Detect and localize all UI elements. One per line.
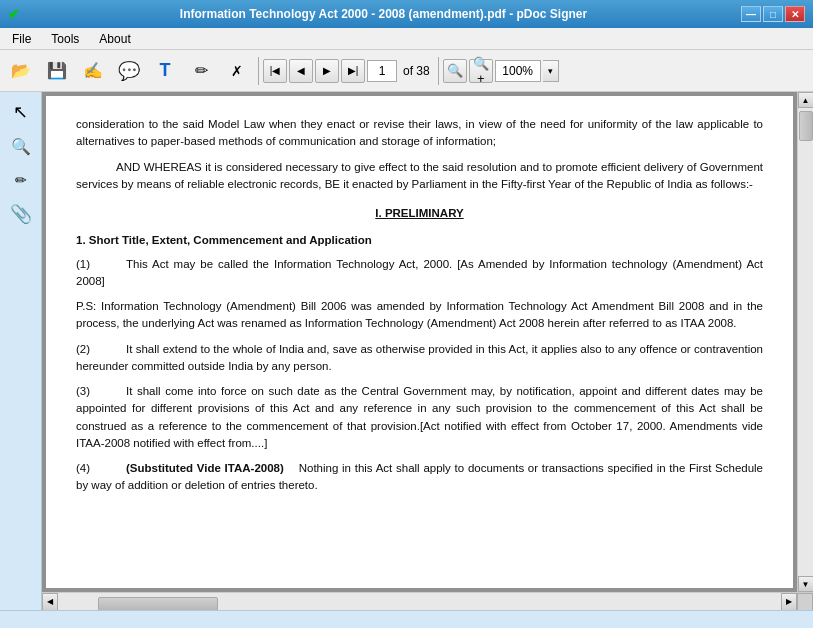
left-zoom-button[interactable]: 🔍	[5, 130, 37, 162]
app-icon: ✔	[8, 6, 20, 22]
scroll-right-button[interactable]: ▶	[781, 593, 797, 611]
sign-button[interactable]: ✍	[76, 54, 110, 88]
title-bar: ✔ Information Technology Act 2000 - 2008…	[0, 0, 813, 28]
left-edit-button[interactable]: ✏	[5, 164, 37, 196]
draw-button[interactable]: ✏	[184, 54, 218, 88]
close-button[interactable]: ✕	[785, 6, 805, 22]
scroll-left-button[interactable]: ◀	[42, 593, 58, 611]
maximize-button[interactable]: □	[763, 6, 783, 22]
separator-2	[438, 57, 439, 85]
document-text: consideration to the said Model Law when…	[76, 116, 763, 495]
comment-button[interactable]: 💬	[112, 54, 146, 88]
status-bar	[0, 610, 813, 628]
zoom-dropdown[interactable]: ▾	[543, 60, 559, 82]
minimize-button[interactable]: —	[741, 6, 761, 22]
zoom-out-button[interactable]: 🔍	[443, 59, 467, 83]
menu-about[interactable]: About	[91, 30, 138, 48]
scroll-track[interactable]	[798, 108, 814, 576]
subsection-title: 1. Short Title, Extent, Commencement and…	[76, 232, 763, 249]
para-6-num: (3)	[76, 383, 126, 400]
window-title: Information Technology Act 2000 - 2008 (…	[26, 7, 741, 21]
document-content: consideration to the said Model Law when…	[46, 96, 793, 588]
window-controls: — □ ✕	[741, 6, 805, 22]
document-area: consideration to the said Model Law when…	[42, 92, 813, 610]
zoom-in-button[interactable]: 🔍+	[469, 59, 493, 83]
para-1: consideration to the said Model Law when…	[76, 116, 763, 151]
text-button[interactable]: T	[148, 54, 182, 88]
para-5-text: It shall extend to the whole of India an…	[76, 343, 763, 372]
menu-file[interactable]: File	[4, 30, 39, 48]
para-6: (3)It shall come into force on such date…	[76, 383, 763, 452]
toolbar: 📂 💾 ✍ 💬 T ✏ ✗ |◀ ◀ ▶ ▶| of 38 🔍 🔍+ ▾	[0, 50, 813, 92]
scroll-corner	[797, 593, 813, 611]
zoom-input[interactable]	[495, 60, 541, 82]
main-area: ↖ 🔍 ✏ 📎 consideration to the said Model …	[0, 92, 813, 610]
para-7: (4)(Substituted Vide ITAA-2008) Nothing …	[76, 460, 763, 495]
para-3: (1)This Act may be called the Informatio…	[76, 256, 763, 291]
para-7-bold: (Substituted Vide ITAA-2008)	[126, 462, 284, 474]
para-2: AND WHEREAS it is considered necessary t…	[76, 159, 763, 194]
next-page-button[interactable]: ▶	[315, 59, 339, 83]
save-button[interactable]: 💾	[40, 54, 74, 88]
page-number-input[interactable]	[367, 60, 397, 82]
separator-1	[258, 57, 259, 85]
prev-page-button[interactable]: ◀	[289, 59, 313, 83]
last-page-button[interactable]: ▶|	[341, 59, 365, 83]
para-5: (2)It shall extend to the whole of India…	[76, 341, 763, 376]
section-title: I. PRELIMINARY	[76, 205, 763, 222]
para-3-text: This Act may be called the Information T…	[76, 258, 763, 287]
scroll-thumb[interactable]	[799, 111, 813, 141]
first-page-button[interactable]: |◀	[263, 59, 287, 83]
left-toolbar: ↖ 🔍 ✏ 📎	[0, 92, 42, 610]
right-scrollbar: ▲ ▼	[797, 92, 813, 592]
pointer-button[interactable]: ↖	[5, 96, 37, 128]
para-6-text: It shall come into force on such date as…	[76, 385, 763, 449]
bottom-scrollbar: ◀ ▶	[42, 592, 813, 610]
eraser-button[interactable]: ✗	[220, 54, 254, 88]
para-4: P.S: Information Technology (Amendment) …	[76, 298, 763, 333]
scroll-up-button[interactable]: ▲	[798, 92, 814, 108]
doc-scroll-area: consideration to the said Model Law when…	[42, 92, 813, 592]
para-5-num: (2)	[76, 341, 126, 358]
para-7-num: (4)	[76, 460, 126, 477]
scroll-down-button[interactable]: ▼	[798, 576, 814, 592]
h-scroll-track[interactable]	[58, 593, 781, 611]
open-button[interactable]: 📂	[4, 54, 38, 88]
menu-bar: File Tools About	[0, 28, 813, 50]
page-of-label: of 38	[403, 64, 430, 78]
h-scroll-thumb[interactable]	[98, 597, 218, 611]
menu-tools[interactable]: Tools	[43, 30, 87, 48]
left-attach-button[interactable]: 📎	[5, 198, 37, 230]
para-3-num: (1)	[76, 256, 126, 273]
